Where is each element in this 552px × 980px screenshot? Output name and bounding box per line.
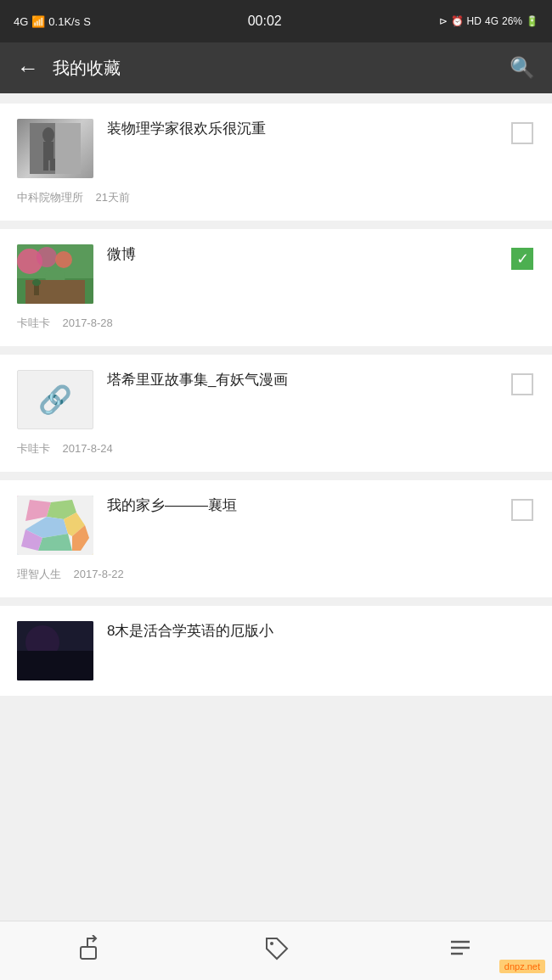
signal-text: 4G bbox=[14, 15, 28, 28]
nav-bar: ← 我的收藏 🔍 bbox=[0, 42, 552, 93]
item-source: 卡哇卡 bbox=[17, 316, 50, 329]
bottom-bar: dnpz.net bbox=[0, 921, 552, 980]
item-thumbnail-link: 🔗 bbox=[17, 370, 93, 429]
back-button[interactable]: ← bbox=[17, 57, 39, 79]
item-title: 塔希里亚故事集_有妖气漫画 bbox=[107, 370, 489, 390]
tag-button[interactable] bbox=[184, 935, 369, 966]
list-item[interactable]: 我的家乡———襄垣 理智人生 2017-8-22 bbox=[0, 480, 552, 597]
item-thumbnail bbox=[17, 496, 93, 555]
item-source: 卡哇卡 bbox=[17, 442, 50, 455]
svg-rect-26 bbox=[17, 651, 93, 680]
thumb-image bbox=[17, 621, 93, 680]
alarm-icon: ⏰ bbox=[451, 15, 464, 27]
list-item[interactable]: 8木是活合学英语的厄版小 bbox=[0, 606, 552, 696]
hd-text: HD bbox=[467, 15, 482, 27]
item-title: 8木是活合学英语的厄版小 bbox=[107, 621, 535, 641]
checkbox-empty bbox=[511, 499, 533, 521]
search-button[interactable]: 🔍 bbox=[510, 56, 535, 80]
vibrate-icon: ⊳ bbox=[439, 15, 448, 27]
page-title: 我的收藏 bbox=[53, 57, 510, 80]
checkbox-empty bbox=[511, 122, 533, 144]
item-info: 装物理学家很欢乐很沉重 bbox=[107, 119, 489, 146]
svg-point-28 bbox=[270, 942, 273, 945]
signal-bars: 📶 bbox=[31, 15, 45, 28]
battery-icon: 🔋 bbox=[526, 15, 538, 27]
item-title: 微博 bbox=[107, 244, 489, 265]
svg-point-15 bbox=[32, 279, 41, 286]
item-thumbnail bbox=[17, 621, 93, 680]
thumb-image bbox=[17, 496, 93, 555]
thumb-image bbox=[17, 119, 93, 178]
item-meta: 卡哇卡 2017-8-28 bbox=[17, 316, 535, 331]
svg-point-9 bbox=[37, 247, 57, 267]
status-left: 4G 📶 0.1K/s S bbox=[14, 15, 91, 28]
svg-rect-27 bbox=[81, 947, 96, 959]
share-icon bbox=[79, 935, 104, 966]
thumb-image bbox=[17, 244, 93, 304]
tag-icon bbox=[263, 935, 289, 966]
item-checkbox[interactable]: ✓ bbox=[511, 248, 535, 272]
svg-rect-4 bbox=[43, 159, 48, 171]
item-checkbox[interactable] bbox=[511, 373, 535, 397]
svg-rect-5 bbox=[50, 159, 55, 171]
item-time: 2017-8-28 bbox=[62, 316, 112, 329]
item-thumbnail bbox=[17, 244, 93, 304]
checkbox-checked: ✓ bbox=[511, 248, 533, 270]
item-meta: 卡哇卡 2017-8-24 bbox=[17, 441, 535, 456]
item-source: 理智人生 bbox=[17, 568, 61, 580]
more-icon bbox=[448, 935, 473, 966]
item-info: 我的家乡———襄垣 bbox=[107, 496, 489, 523]
watermark-text: dnpz.net bbox=[504, 961, 540, 972]
status-right: ⊳ ⏰ HD 4G 26% 🔋 bbox=[439, 15, 538, 27]
item-time: 2017-8-22 bbox=[73, 568, 123, 580]
favorites-list: 装物理学家很欢乐很沉重 中科院物理所 21天前 bbox=[0, 93, 552, 921]
item-source: 中科院物理所 bbox=[17, 191, 83, 204]
item-info: 微博 bbox=[107, 244, 489, 272]
share-button[interactable] bbox=[0, 935, 184, 966]
item-thumbnail bbox=[17, 119, 93, 178]
svg-rect-3 bbox=[43, 142, 54, 160]
item-info: 8木是活合学英语的厄版小 bbox=[107, 621, 535, 648]
item-time: 2017-8-24 bbox=[62, 442, 112, 455]
network-text: 4G bbox=[485, 15, 498, 27]
speed-text: 0.1K/s bbox=[48, 15, 80, 28]
link-icon: 🔗 bbox=[38, 384, 72, 416]
item-time: 21天前 bbox=[95, 191, 129, 204]
status-bar: 4G 📶 0.1K/s S 00:02 ⊳ ⏰ HD 4G 26% 🔋 bbox=[0, 0, 552, 42]
item-title: 装物理学家很欢乐很沉重 bbox=[107, 119, 489, 139]
list-item[interactable]: 🔗 塔希里亚故事集_有妖气漫画 卡哇卡 2017-8-24 bbox=[0, 355, 552, 472]
item-title: 我的家乡———襄垣 bbox=[107, 496, 489, 516]
svg-point-10 bbox=[55, 251, 72, 268]
checkbox-empty bbox=[511, 373, 533, 395]
list-item[interactable]: 微博 ✓ 卡哇卡 2017-8-28 bbox=[0, 229, 552, 346]
status-time: 00:02 bbox=[248, 14, 282, 29]
item-checkbox[interactable] bbox=[511, 122, 535, 146]
battery-text: 26% bbox=[502, 15, 522, 27]
sim-icon: S bbox=[83, 15, 91, 28]
item-meta: 理智人生 2017-8-22 bbox=[17, 567, 535, 582]
svg-point-2 bbox=[42, 127, 54, 143]
item-meta: 中科院物理所 21天前 bbox=[17, 190, 535, 205]
watermark: dnpz.net bbox=[499, 960, 545, 973]
list-item[interactable]: 装物理学家很欢乐很沉重 中科院物理所 21天前 bbox=[0, 104, 552, 221]
item-checkbox[interactable] bbox=[511, 499, 535, 523]
item-info: 塔希里亚故事集_有妖气漫画 bbox=[107, 370, 489, 397]
